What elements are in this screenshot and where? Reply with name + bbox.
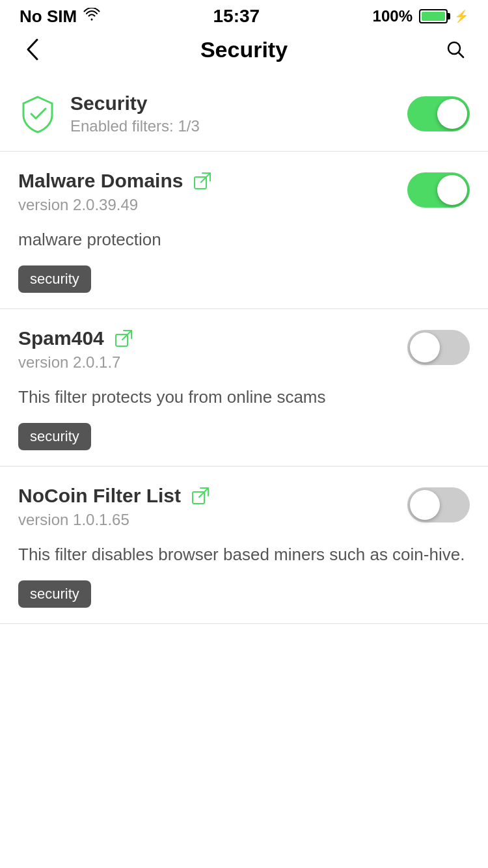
filter-toggle-slider (407, 172, 470, 208)
filter-description: malware protection (18, 227, 470, 252)
filter-card-header: Malware Domains version 2.0.39.49 (18, 170, 470, 214)
filter-toggle-slider (407, 330, 470, 365)
filter-toggle[interactable] (407, 487, 470, 522)
external-link-icon[interactable] (115, 329, 133, 347)
filter-card: Malware Domains version 2.0.39.49 malwar… (0, 152, 488, 309)
back-button[interactable] (18, 35, 47, 64)
security-title: Security (70, 92, 407, 115)
security-header-text: Security Enabled filters: 1/3 (70, 92, 407, 135)
carrier-label: No SIM (20, 7, 77, 27)
filter-list: Malware Domains version 2.0.39.49 malwar… (0, 152, 488, 624)
security-toggle-slider (407, 96, 470, 131)
search-button[interactable] (441, 35, 470, 64)
filter-version: version 2.0.1.7 (18, 353, 394, 372)
security-master-toggle[interactable] (407, 96, 470, 131)
filter-title-row: Spam404 (18, 327, 394, 349)
filter-tag: security (18, 580, 91, 608)
battery-percent: 100% (373, 7, 413, 25)
wifi-icon (83, 8, 100, 25)
status-bar: No SIM 15:37 100% ⚡ (0, 0, 488, 29)
security-header-row: Security Enabled filters: 1/3 (0, 77, 488, 152)
filter-card-header: Spam404 version 2.0.1.7 (18, 327, 470, 372)
charging-bolt-icon: ⚡ (454, 9, 468, 23)
filter-toggle[interactable] (407, 172, 470, 208)
filter-toggle[interactable] (407, 330, 470, 365)
filter-card: Spam404 version 2.0.1.7 This filter prot… (0, 309, 488, 467)
filter-name: NoCoin Filter List (18, 485, 181, 507)
status-time: 15:37 (213, 6, 260, 27)
filter-title-row: Malware Domains (18, 170, 394, 192)
filter-card: NoCoin Filter List version 1.0.1.65 This… (0, 467, 488, 624)
status-right: 100% ⚡ (373, 7, 468, 25)
status-left: No SIM (20, 7, 100, 27)
filter-version: version 1.0.1.65 (18, 511, 394, 529)
filter-title-row: NoCoin Filter List (18, 485, 394, 507)
filter-card-header: NoCoin Filter List version 1.0.1.65 (18, 485, 470, 529)
security-shield-icon (18, 94, 57, 133)
filter-description: This filter disables browser based miner… (18, 542, 470, 567)
filter-version: version 2.0.39.49 (18, 196, 394, 214)
nav-bar: Security (0, 29, 488, 77)
filter-tag: security (18, 423, 91, 450)
security-subtitle: Enabled filters: 1/3 (70, 117, 407, 135)
page-title: Security (200, 37, 288, 62)
filter-toggle-slider (407, 487, 470, 522)
filter-name: Spam404 (18, 327, 104, 349)
external-link-icon[interactable] (193, 172, 211, 190)
filter-description: This filter protects you from online sca… (18, 385, 470, 410)
filter-tag: security (18, 265, 91, 293)
battery-icon (419, 9, 448, 23)
filter-card-info: NoCoin Filter List version 1.0.1.65 (18, 485, 394, 529)
external-link-icon[interactable] (191, 487, 210, 505)
filter-card-info: Malware Domains version 2.0.39.49 (18, 170, 394, 214)
filter-name: Malware Domains (18, 170, 183, 192)
filter-card-info: Spam404 version 2.0.1.7 (18, 327, 394, 372)
